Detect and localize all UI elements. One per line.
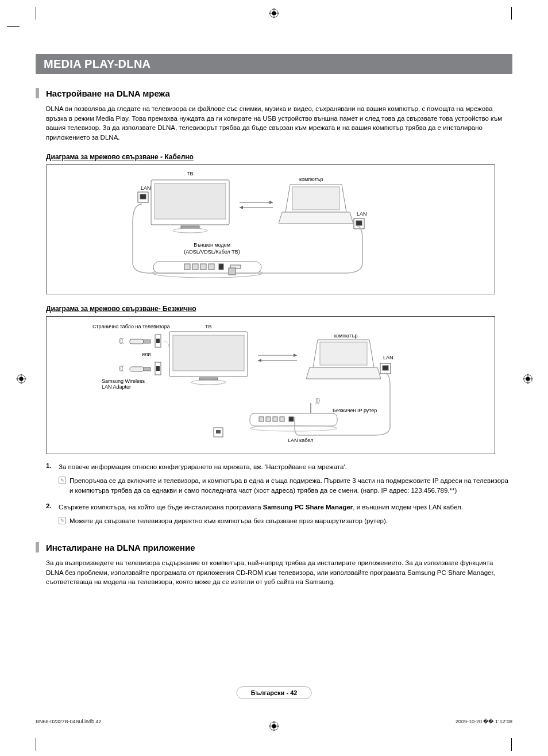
list-number: 2. [46,502,59,512]
note-text: Можете да свързвате телевизора директно … [70,516,388,526]
list-body: За повече информация относно конфигурира… [59,462,512,472]
svg-rect-50 [320,342,367,365]
section-heading: Инсталиране на DLNA приложение [36,542,512,552]
crop-mark [7,26,20,27]
svg-rect-39 [144,340,150,343]
registration-mark-icon [16,374,26,384]
crop-mark [36,738,36,751]
note-icon: ✎ [59,477,66,484]
port-icon [155,334,161,348]
cable-icon [161,340,173,374]
laptop-icon [279,183,353,226]
svg-rect-21 [140,194,146,199]
note-row: ✎ Можете да свързвате телевизора директн… [59,516,512,526]
wireless-waves-icon: ((( [119,365,123,371]
svg-rect-42 [130,367,144,371]
diagram-wireless: Странично табло на телевизора ТВ компютъ… [46,316,495,454]
svg-rect-60 [266,417,271,421]
label-lan: LAN [357,211,367,217]
footer-doc-id: BN68-02327B-04Bul.indb 42 [36,719,102,724]
list-item: 2. Свържете компютъра, на който ще бъде … [46,502,512,512]
svg-rect-43 [144,367,150,371]
svg-marker-56 [258,359,261,362]
plug-icon [228,267,236,275]
svg-rect-52 [383,366,388,370]
svg-rect-48 [199,378,218,380]
bidirectional-arrow-icon [254,352,300,364]
crop-mark [511,738,512,751]
label-adapter: Samsung Wireless LAN Adapter [102,379,148,390]
section-paragraph: DLNA ви позволява да гледате на телевизо… [46,104,507,143]
svg-point-49 [191,380,226,385]
footer-timestamp: 2009-10-20 �� 1:12:08 [456,719,512,724]
list-body: Свържете компютъра, на който ще бъде инс… [59,502,512,512]
note-icon: ✎ [59,517,66,524]
instruction-list: 1. За повече информация относно конфигур… [46,462,512,526]
svg-rect-62 [280,417,284,421]
label-tv: ТВ [205,324,212,329]
list-text-bold: Samsung PC Share Manager [263,504,353,511]
list-number: 1. [46,462,59,472]
subheading-wireless: Диаграма за мрежово свързване- Безжично [46,305,512,313]
svg-rect-47 [173,335,244,371]
page-number-badge: Български - 42 [237,686,312,699]
label-panel: Странично табло на телевизора [92,324,170,329]
registration-mark-icon [523,374,533,384]
label-computer: компютър [299,176,323,182]
section-heading: Настройване на DLNA мрежа [36,88,512,98]
svg-rect-41 [156,339,160,343]
plug-icon [213,427,223,438]
svg-marker-34 [269,201,273,204]
svg-rect-38 [130,339,144,344]
svg-rect-63 [289,417,294,421]
label-lan: LAN [141,185,151,191]
section-title: Настройване на DLNA мрежа [46,89,170,98]
note-text: Препоръчва се да включите и телевизора, … [70,476,512,495]
svg-rect-22 [292,187,339,210]
svg-rect-37 [229,268,236,275]
svg-rect-59 [259,417,264,421]
page-banner: MEDIA PLAY-DLNA [36,54,512,74]
label-or: или [142,351,150,357]
page-content: MEDIA PLAY-DLNA Настройване на DLNA мреж… [36,17,512,724]
section-bar-icon [36,542,39,552]
section-bar-icon [36,88,39,98]
cable-icon [294,372,397,441]
svg-rect-61 [273,417,277,421]
note-row: ✎ Препоръчва се да включите и телевизора… [59,476,512,495]
usb-adapter-icon [129,365,152,373]
list-text: , и външния модем чрез LAN кабел. [353,504,463,511]
usb-adapter-icon [129,337,152,346]
bidirectional-arrow-icon [236,199,276,211]
section-paragraph: За да възпроизведете на телевизора съдър… [46,558,507,587]
cable-icon [225,222,368,280]
svg-rect-45 [156,366,160,371]
wireless-waves-icon: ((( [119,337,123,344]
subheading-wired: Диаграма за мрежово свързване - Кабелно [46,153,512,161]
label-tv: ТВ [187,171,194,176]
label-computer: компютър [334,333,357,339]
svg-rect-66 [216,430,221,433]
tv-icon [168,331,249,386]
label-lan: LAN [383,355,393,360]
list-item: 1. За повече информация относно конфигур… [46,462,512,472]
port-icon [155,362,161,375]
list-text: Свържете компютъра, на който ще бъде инс… [59,504,263,511]
section-title: Инсталиране на DLNA приложение [46,543,195,552]
svg-marker-54 [294,354,297,357]
diagram-wired: ТВ LAN компютър LAN Външен модем (ADSL/V… [46,164,495,294]
